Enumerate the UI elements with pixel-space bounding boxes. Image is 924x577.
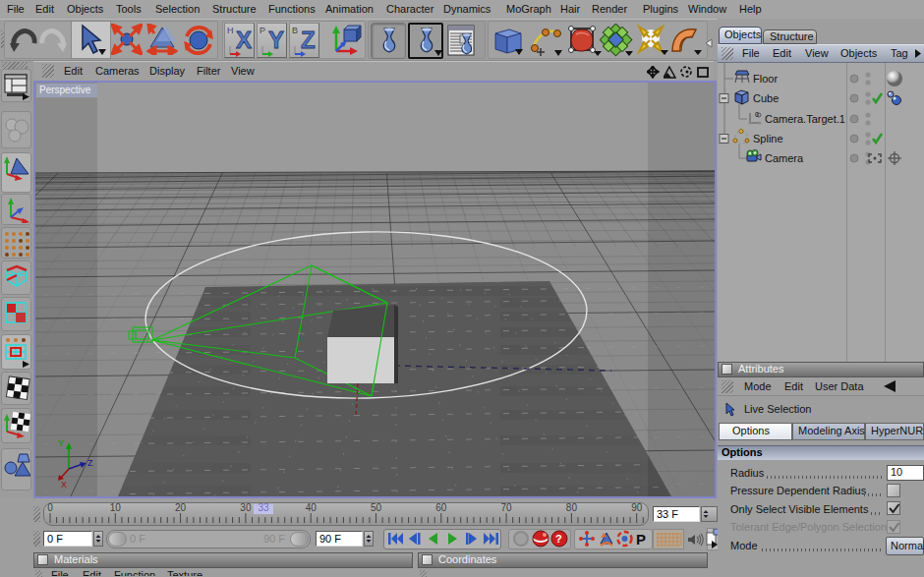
svg-text:P: P [260, 26, 265, 35]
svg-text:B: B [292, 26, 298, 35]
svg-text:H: H [227, 26, 234, 35]
svg-text:X: X [236, 27, 252, 53]
svg-text:Y: Y [268, 27, 284, 53]
svg-text:?: ? [555, 533, 562, 545]
svg-text:0: 0 [755, 111, 759, 118]
svg-text:Z: Z [301, 27, 316, 53]
